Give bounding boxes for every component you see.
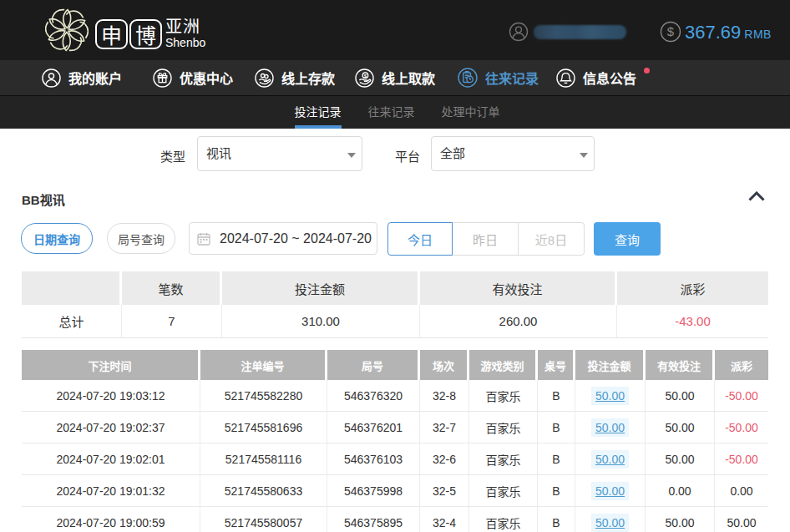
svg-text:$: $ — [667, 24, 675, 38]
svg-text:$: $ — [364, 72, 367, 78]
